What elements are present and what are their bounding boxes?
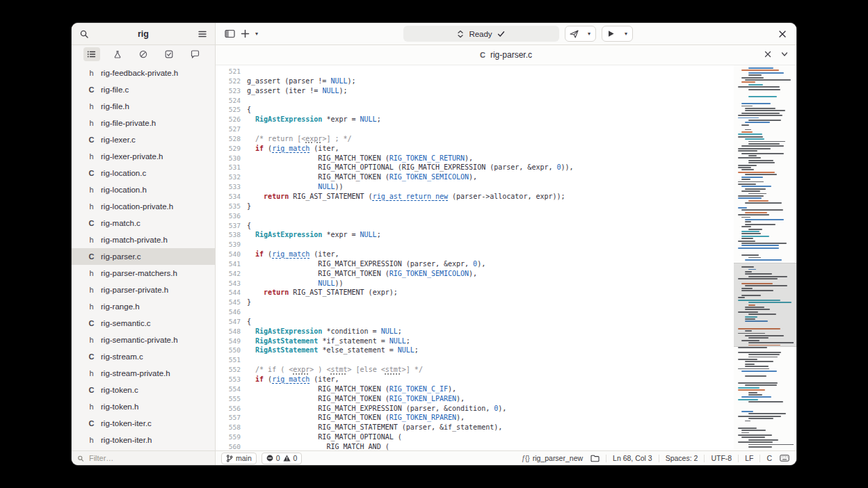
code-lines[interactable]: 521522g_assert (parser != NULL);523g_ass… bbox=[216, 65, 734, 450]
code-line[interactable]: 537{ bbox=[216, 221, 734, 231]
code-line[interactable]: 542 RIG_MATCH_TOKEN (RIG_TOKEN_SEMICOLON… bbox=[216, 269, 734, 279]
file-item[interactable]: Crig-token.c bbox=[72, 382, 215, 398]
deploy-dropdown[interactable]: ▾ bbox=[584, 26, 595, 41]
line-ending-button[interactable]: LF bbox=[744, 454, 755, 462]
code-line[interactable]: 547{ bbox=[216, 317, 734, 327]
code-line[interactable]: 525{ bbox=[216, 105, 734, 115]
panel-tab-todo[interactable] bbox=[161, 47, 177, 61]
code-line[interactable]: 558 RIG_MATCH_STATEMENT (parser, &if_sta… bbox=[216, 423, 734, 432]
diagnostics-button[interactable]: 0 0 bbox=[262, 453, 303, 464]
panel-tab-build[interactable] bbox=[109, 47, 126, 61]
file-item[interactable]: Crig-semantic.c bbox=[72, 315, 215, 332]
code-line[interactable]: 557 RIG_MATCH_TOKEN (RIG_TOKEN_RPAREN), bbox=[216, 413, 734, 423]
code-line[interactable]: 529 if (rig_match (iter, bbox=[216, 144, 734, 154]
file-item[interactable]: hrig-range.h bbox=[72, 298, 215, 315]
toggle-sidebar-button[interactable] bbox=[221, 26, 238, 42]
run-dropdown[interactable]: ▾ bbox=[620, 26, 632, 41]
encoding-button[interactable]: UTF-8 bbox=[709, 454, 733, 462]
filter-input[interactable] bbox=[88, 453, 209, 463]
code-line[interactable]: 532 RIG_MATCH_TOKEN (RIG_TOKEN_SEMICOLON… bbox=[216, 172, 734, 182]
file-item[interactable]: hrig-lexer-private.h bbox=[72, 148, 215, 165]
file-item[interactable]: hrig-parser-private.h bbox=[72, 282, 215, 298]
code-line[interactable]: 552 /* if ( <expr> ) <stmt> [else <stmt>… bbox=[216, 365, 734, 375]
menu-button[interactable] bbox=[194, 26, 211, 42]
run-button[interactable] bbox=[602, 26, 620, 41]
file-item[interactable]: Crig-stream.c bbox=[72, 348, 215, 365]
panel-tab-diagnostics[interactable] bbox=[135, 47, 152, 61]
tab-list-dropdown[interactable] bbox=[777, 47, 792, 62]
new-document-dropdown[interactable]: ▾ bbox=[252, 26, 262, 42]
file-item[interactable]: Crig-match.c bbox=[72, 215, 215, 231]
file-item[interactable]: hrig-match-private.h bbox=[72, 231, 215, 248]
code-line[interactable]: 526 RigAstExpression *expr = NULL; bbox=[216, 115, 734, 124]
code-line[interactable]: 554 RIG_MATCH_TOKEN (RIG_TOKEN_C_IF), bbox=[216, 384, 734, 394]
language-button[interactable]: C bbox=[765, 454, 773, 462]
file-item[interactable]: hrig-parser-matchers.h bbox=[72, 265, 215, 282]
code-line[interactable]: 535} bbox=[216, 202, 734, 211]
window-close-button[interactable] bbox=[774, 26, 791, 42]
deploy-button[interactable] bbox=[565, 26, 584, 41]
file-item[interactable]: Crig-location.c bbox=[72, 165, 215, 181]
line-number: 551 bbox=[216, 355, 247, 365]
code-line[interactable]: 559 RIG_MATCH_OPTIONAL ( bbox=[216, 432, 734, 442]
file-item[interactable]: hrig-semantic-private.h bbox=[72, 332, 215, 348]
omnibar[interactable]: Ready bbox=[403, 26, 559, 42]
code-line[interactable]: 549 RigAstStatement *if_statement = NULL… bbox=[216, 336, 734, 346]
file-item[interactable]: hrig-location-private.h bbox=[72, 198, 215, 215]
code-line[interactable]: 553 if (rig_match (iter, bbox=[216, 375, 734, 384]
file-item[interactable]: Crig-file.c bbox=[72, 81, 215, 98]
code-line[interactable]: 550 RigAstStatement *else_statement = NU… bbox=[216, 345, 734, 355]
code-line[interactable]: 530 RIG_MATCH_TOKEN (RIG_TOKEN_C_RETURN)… bbox=[216, 154, 734, 163]
keyboard-button[interactable] bbox=[778, 455, 791, 462]
code-line[interactable]: 543 NULL)) bbox=[216, 279, 734, 288]
code-line[interactable]: 523g_assert (iter != NULL); bbox=[216, 86, 734, 96]
indentation-button[interactable]: Spaces: 2 bbox=[664, 454, 700, 462]
search-button[interactable] bbox=[76, 26, 93, 42]
code-line[interactable]: 539 bbox=[216, 240, 734, 250]
minimap[interactable] bbox=[734, 65, 796, 450]
code-line[interactable]: 555 RIG_MATCH_TOKEN (RIG_TOKEN_LPAREN), bbox=[216, 394, 734, 404]
code-line[interactable]: 546 bbox=[216, 307, 734, 317]
project-directory-button[interactable] bbox=[589, 455, 601, 462]
cursor-position-button[interactable]: Ln 68, Col 3 bbox=[611, 454, 654, 462]
code-line[interactable]: 536 bbox=[216, 211, 734, 221]
tab-close-button[interactable] bbox=[760, 47, 775, 62]
code-line[interactable]: 551 bbox=[216, 355, 734, 365]
new-document-button[interactable] bbox=[238, 26, 252, 42]
code-line[interactable]: 527 bbox=[216, 124, 734, 134]
file-item[interactable]: hrig-location.h bbox=[72, 181, 215, 198]
file-item[interactable]: hrig-stream-private.h bbox=[72, 365, 215, 382]
search-icon bbox=[79, 29, 89, 39]
file-item[interactable]: hrig-token.h bbox=[72, 398, 215, 415]
code-line[interactable]: 556 RIG_MATCH_EXPRESSION (parser, &condi… bbox=[216, 404, 734, 414]
file-item[interactable]: hrig-file-private.h bbox=[72, 115, 215, 131]
code-line[interactable]: 531 RIG_MATCH_OPTIONAL (RIG_MATCH_EXPRES… bbox=[216, 163, 734, 172]
file-item[interactable]: Crig-token-iter.c bbox=[72, 415, 215, 432]
code-line[interactable]: 522g_assert (parser != NULL); bbox=[216, 76, 734, 86]
file-item[interactable]: Crig-lexer.c bbox=[72, 131, 215, 148]
code-line[interactable]: 545} bbox=[216, 298, 734, 307]
panel-tab-files[interactable] bbox=[83, 47, 100, 61]
code-line[interactable]: 548 RigAstExpression *condition = NULL; bbox=[216, 327, 734, 336]
tab-rig-parser[interactable]: C rig-parser.c bbox=[480, 45, 532, 65]
branch-button[interactable]: main bbox=[221, 453, 257, 464]
code-line[interactable]: 533 NULL)) bbox=[216, 182, 734, 192]
code-line[interactable]: 534 return RIG_AST_STATEMENT (rig_ast_re… bbox=[216, 192, 734, 202]
panel-tab-chat[interactable] bbox=[186, 47, 203, 61]
code-line[interactable]: 541 RIG_MATCH_EXPRESSION (parser, &expr,… bbox=[216, 259, 734, 269]
file-item[interactable]: hrig-token-iter.h bbox=[72, 432, 215, 448]
code-line[interactable]: 521 bbox=[216, 67, 734, 76]
current-symbol-button[interactable]: ƒ{} rig_parser_new bbox=[520, 454, 584, 462]
source-editor[interactable]: 521522g_assert (parser != NULL);523g_ass… bbox=[216, 65, 796, 450]
code-line[interactable]: 524 bbox=[216, 96, 734, 106]
chevron-down-icon: ▾ bbox=[588, 31, 590, 37]
minimap-viewport[interactable] bbox=[734, 263, 796, 347]
code-line[interactable]: 528 /* return [<expr>] ; */ bbox=[216, 134, 734, 144]
file-item[interactable]: Crig-parser.c bbox=[72, 248, 215, 265]
code-line[interactable]: 538 RigAstExpression *expr = NULL; bbox=[216, 230, 734, 240]
code-line[interactable]: 560 RIG_MATCH_AND ( bbox=[216, 442, 734, 450]
file-item[interactable]: hrig-feedback-private.h bbox=[72, 65, 215, 81]
code-line[interactable]: 544 return RIG_AST_STATEMENT (expr); bbox=[216, 288, 734, 298]
code-line[interactable]: 540 if (rig_match (iter, bbox=[216, 250, 734, 259]
file-item[interactable]: hrig-file.h bbox=[72, 98, 215, 115]
